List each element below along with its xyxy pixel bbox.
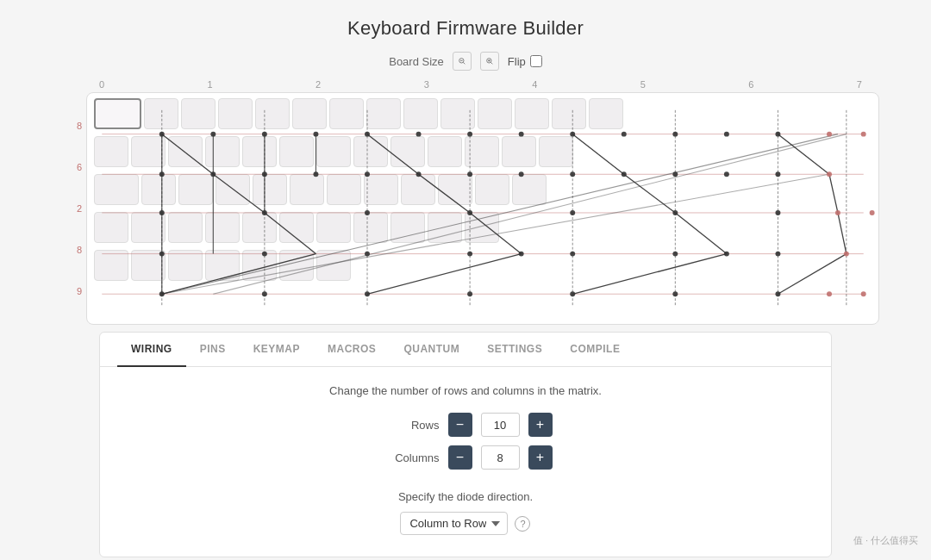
rows-increment-button[interactable]: + [528,413,553,437]
key[interactable] [253,174,287,205]
tab-macros[interactable]: MACROS [314,333,390,367]
key[interactable] [279,212,314,243]
y-axis-8a: 8 [77,121,82,131]
key[interactable] [428,212,462,243]
x-axis-2: 2 [316,79,321,90]
board-size-label: Board Size [389,55,444,68]
key[interactable] [552,98,586,129]
columns-increment-button[interactable]: + [528,445,553,470]
zoom-in-button[interactable] [480,52,499,71]
columns-label: Columns [379,451,440,464]
rows-control: Rows − 10 + [379,413,553,437]
diode-help-button[interactable]: ? [515,516,530,532]
zoom-out-button[interactable] [453,52,472,71]
key[interactable] [279,136,314,167]
key[interactable] [478,98,512,129]
watermark: 值 · 什么值得买 [853,534,918,547]
key[interactable] [366,98,401,129]
key[interactable] [290,174,324,205]
tab-compile[interactable]: COMPILE [556,333,634,367]
x-axis-6: 6 [748,79,753,90]
key[interactable] [242,136,277,167]
y-axis-8b: 8 [77,245,82,255]
diode-label: Specify the diode direction. [398,490,533,503]
tabs-row: WIRING PINS KEYMAP MACROS QUANTUM SETTIN… [100,333,831,367]
key[interactable] [168,250,203,281]
key[interactable] [515,98,549,129]
key[interactable] [218,98,253,129]
y-axis-2: 2 [77,203,82,214]
key[interactable] [94,174,139,205]
key[interactable] [441,98,475,129]
key[interactable] [438,174,472,205]
tab-wiring[interactable]: WIRING [117,333,186,367]
key-space[interactable] [205,250,240,281]
tab-pins[interactable]: PINS [186,333,240,367]
key[interactable] [475,174,509,205]
rows-value: 10 [481,413,520,437]
tab-settings[interactable]: SETTINGS [473,333,556,367]
key[interactable] [353,136,388,167]
key[interactable] [316,212,351,243]
key[interactable] [465,136,499,167]
key[interactable] [242,212,277,243]
diode-controls: Column to Row Row to Column ? [398,512,533,535]
tab-quantum[interactable]: QUANTUM [390,333,473,367]
key[interactable] [401,174,435,205]
x-axis-0: 0 [99,79,104,90]
key[interactable] [168,136,203,167]
key[interactable] [144,98,178,129]
key[interactable] [131,250,166,281]
key[interactable] [502,136,536,167]
key[interactable] [512,174,547,205]
key[interactable] [329,98,364,129]
key[interactable] [205,136,240,167]
keyboard-area: 0 1 2 3 4 5 6 7 8 6 2 8 9 [52,79,879,325]
key[interactable] [428,136,462,167]
columns-decrement-button[interactable]: − [448,445,472,470]
flip-checkbox[interactable] [530,55,542,67]
key[interactable] [141,174,176,205]
key[interactable] [589,98,623,129]
key[interactable] [353,212,388,243]
key[interactable] [465,212,499,243]
description-text: Change the number of rows and columns in… [329,384,602,397]
key[interactable] [364,174,398,205]
zoom-out-icon [459,56,466,66]
key[interactable] [242,250,277,281]
diode-select[interactable]: Column to Row Row to Column [400,512,508,535]
key[interactable] [131,212,166,243]
key[interactable] [94,212,128,243]
x-axis-7: 7 [857,79,862,90]
key[interactable] [94,250,128,281]
key[interactable] [168,212,203,243]
key[interactable] [327,174,361,205]
key[interactable] [178,174,213,205]
y-axis-9: 9 [77,286,82,296]
rows-label: Rows [379,419,440,432]
key[interactable] [205,212,240,243]
key[interactable] [131,136,166,167]
rows-decrement-button[interactable]: − [448,413,472,437]
key[interactable] [403,98,438,129]
key[interactable] [181,98,216,129]
key[interactable] [316,250,351,281]
page-title: Keyboard Firmware Builder [347,17,584,40]
flip-label: Flip [508,55,526,68]
key[interactable] [391,136,425,167]
flip-control: Flip [508,55,542,68]
tab-keymap[interactable]: KEYMAP [240,333,314,367]
key[interactable] [279,250,314,281]
key[interactable] [391,212,425,243]
key[interactable] [94,136,128,167]
x-axis-3: 3 [424,79,429,90]
key[interactable] [216,174,250,205]
key[interactable] [316,136,351,167]
keyboard-board[interactable] [86,92,879,325]
diode-section: Specify the diode direction. Column to R… [398,490,533,535]
key[interactable] [539,136,573,167]
key[interactable] [292,98,327,129]
key-selected[interactable] [94,98,141,129]
page-container: Keyboard Firmware Builder Board Size Fli… [0,0,931,560]
key[interactable] [255,98,290,129]
